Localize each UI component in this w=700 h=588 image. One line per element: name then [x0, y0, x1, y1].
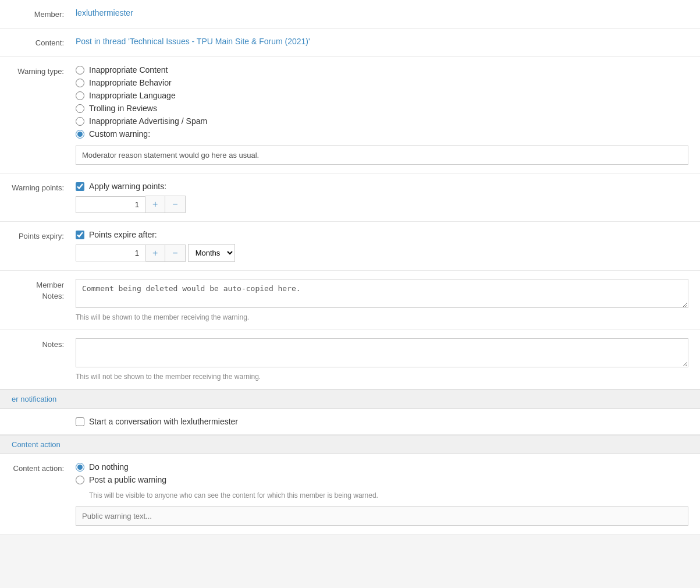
points-value-input[interactable]: [76, 196, 145, 213]
points-expiry-label: Points expiry:: [12, 230, 76, 242]
points-stepper-row: + −: [76, 196, 688, 213]
expiry-plus-button[interactable]: +: [145, 245, 165, 262]
warning-type-option-1[interactable]: Inappropriate Content: [76, 65, 688, 75]
warning-points-label: Warning points:: [12, 182, 76, 193]
member-content: lexluthermiester: [76, 8, 688, 17]
public-warning-help: This will be visible to anyone who can s…: [89, 491, 688, 500]
content-label: Content:: [12, 37, 76, 48]
warning-form: Member: lexluthermiester Content: Post i…: [0, 0, 700, 534]
warning-type-label: Warning type:: [12, 65, 76, 77]
warning-points-content: Apply warning points: + −: [76, 182, 688, 213]
warning-type-radio-1[interactable]: [76, 66, 84, 75]
content-content: Post in thread 'Technical Issues - TPU M…: [76, 37, 688, 46]
content-action-radio-2[interactable]: [76, 476, 84, 484]
member-notes-label: Member Notes:: [12, 279, 76, 301]
warning-type-radio-5[interactable]: [76, 117, 84, 126]
points-expire-text: Points expire after:: [89, 230, 157, 239]
warning-type-radio-6[interactable]: [76, 130, 84, 139]
content-action-option-2[interactable]: Post a public warning: [76, 475, 688, 484]
warning-type-option-3-label: Inappropriate Language: [89, 91, 176, 100]
conversation-checkbox[interactable]: [76, 417, 84, 426]
warning-type-option-4[interactable]: Trolling in Reviews: [76, 104, 688, 113]
member-notes-content: Comment being deleted would be auto-copi…: [76, 279, 688, 321]
conversation-checkbox-label[interactable]: Start a conversation with lexluthermiest…: [76, 417, 688, 426]
custom-warning-input[interactable]: [76, 146, 688, 165]
warning-type-option-2[interactable]: Inappropriate Behavior: [76, 78, 688, 87]
warning-type-option-6-label: Custom warning:: [89, 129, 150, 139]
warning-points-row: Warning points: Apply warning points: + …: [0, 173, 700, 222]
expiry-unit-select[interactable]: Days Weeks Months Years: [188, 244, 235, 262]
warning-type-option-5[interactable]: Inappropriate Advertising / Spam: [76, 116, 688, 126]
member-notification-section-label: er notification: [12, 395, 56, 403]
points-minus-button[interactable]: −: [165, 196, 185, 213]
content-action-row: Content action: Do nothing Post a public…: [0, 454, 700, 534]
warning-type-option-2-label: Inappropriate Behavior: [89, 78, 172, 87]
notes-textarea[interactable]: [76, 338, 688, 367]
notes-row: Notes: This will not be shown to the mem…: [0, 330, 700, 389]
warning-type-option-6[interactable]: Custom warning:: [76, 129, 688, 139]
warning-type-option-1-label: Inappropriate Content: [89, 65, 168, 75]
member-notes-textarea[interactable]: Comment being deleted would be auto-copi…: [76, 279, 688, 308]
points-expiry-row: Points expiry: Points expire after: + − …: [0, 222, 700, 271]
warning-type-content: Inappropriate Content Inappropriate Beha…: [76, 65, 688, 165]
warning-type-option-4-label: Trolling in Reviews: [89, 104, 157, 113]
warning-type-radio-group: Inappropriate Content Inappropriate Beha…: [76, 65, 688, 165]
points-expire-label[interactable]: Points expire after:: [76, 230, 688, 239]
member-row: Member: lexluthermiester: [0, 0, 700, 29]
apply-warning-points-label[interactable]: Apply warning points:: [76, 182, 688, 191]
content-action-radio-group: Do nothing Post a public warning This wi…: [76, 462, 688, 526]
conversation-label-spacer: [12, 417, 76, 418]
points-expire-checkbox[interactable]: [76, 231, 84, 239]
notes-content: This will not be shown to the member rec…: [76, 338, 688, 381]
content-action-option-1-label: Do nothing: [89, 462, 129, 472]
conversation-row: Start a conversation with lexluthermiest…: [0, 409, 700, 435]
conversation-text: Start a conversation with lexluthermiest…: [89, 417, 238, 426]
expiry-minus-button[interactable]: −: [165, 245, 185, 262]
warning-type-radio-4[interactable]: [76, 104, 84, 113]
notes-label: Notes:: [12, 338, 76, 350]
content-row: Content: Post in thread 'Technical Issue…: [0, 29, 700, 57]
content-link[interactable]: Post in thread 'Technical Issues - TPU M…: [76, 37, 310, 46]
content-action-option-2-label: Post a public warning: [89, 475, 166, 484]
member-notes-row: Member Notes: Comment being deleted woul…: [0, 271, 700, 330]
member-label: Member:: [12, 8, 76, 20]
content-action-content: Do nothing Post a public warning This wi…: [76, 462, 688, 526]
warning-type-radio-3[interactable]: [76, 91, 84, 100]
expiry-stepper-row: + − Days Weeks Months Years: [76, 244, 688, 262]
apply-warning-points-checkbox[interactable]: [76, 182, 84, 191]
warning-type-option-3[interactable]: Inappropriate Language: [76, 91, 688, 100]
member-link[interactable]: lexluthermiester: [76, 8, 133, 17]
content-action-option-1[interactable]: Do nothing: [76, 462, 688, 472]
points-expiry-content: Points expire after: + − Days Weeks Mont…: [76, 230, 688, 262]
public-warning-text-input[interactable]: [76, 506, 688, 526]
content-action-radio-1[interactable]: [76, 463, 84, 472]
warning-type-row: Warning type: Inappropriate Content Inap…: [0, 57, 700, 173]
content-action-section-header: Content action: [0, 435, 700, 454]
points-plus-button[interactable]: +: [145, 196, 165, 213]
content-action-section-label: Content action: [12, 440, 61, 449]
warning-type-radio-2[interactable]: [76, 79, 84, 87]
member-notification-section-header: er notification: [0, 389, 700, 409]
member-notes-help: This will be shown to the member receivi…: [76, 313, 688, 321]
expiry-value-input[interactable]: [76, 245, 145, 261]
content-action-form-label: Content action:: [12, 462, 76, 474]
warning-type-option-5-label: Inappropriate Advertising / Spam: [89, 116, 207, 126]
conversation-content: Start a conversation with lexluthermiest…: [76, 417, 688, 426]
notes-help: This will not be shown to the member rec…: [76, 373, 688, 381]
apply-warning-points-text: Apply warning points:: [89, 182, 166, 191]
